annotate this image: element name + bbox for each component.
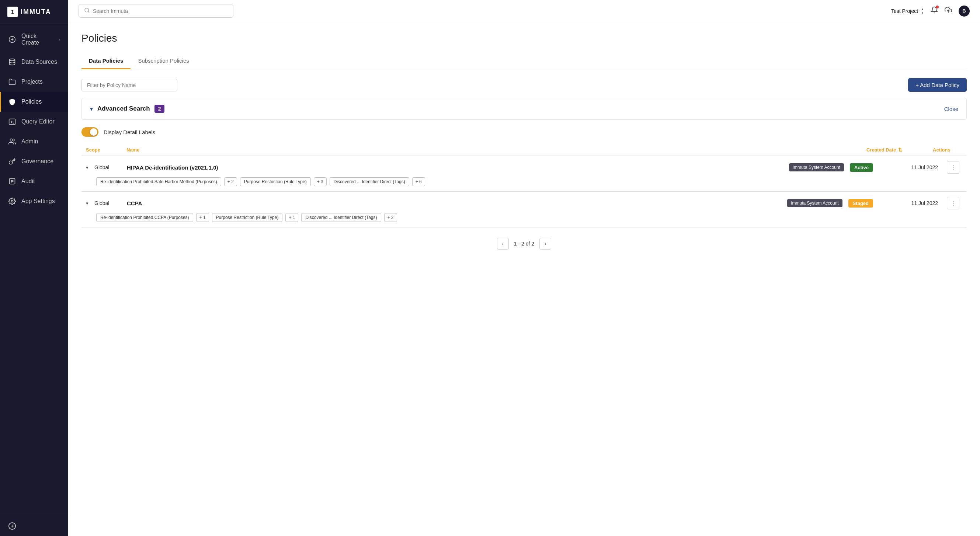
- sidebar-item-label-projects: Projects: [21, 78, 43, 85]
- policy-row-main-1: ▾ Global HIPAA De-identification (v2021.…: [86, 161, 962, 173]
- tag-pill-2-2: Discovered ... Identifier Direct (Tags): [301, 213, 381, 222]
- tag-pill-2-0: Re-identification Prohibited.CCPA (Purpo…: [96, 213, 193, 222]
- row-chevron-2[interactable]: ▾: [86, 200, 89, 206]
- row-owner-badge-1: Immuta System Account: [789, 163, 844, 172]
- svg-point-15: [85, 8, 89, 12]
- row-owner-badge-2: Immuta System Account: [787, 199, 842, 207]
- tab-data-policies[interactable]: Data Policies: [81, 53, 130, 69]
- sidebar-item-label-governance: Governance: [21, 158, 54, 165]
- search-bar[interactable]: [78, 4, 233, 18]
- tag-count-1-2: + 6: [412, 177, 425, 186]
- notification-bell[interactable]: [931, 6, 938, 16]
- header-created-date[interactable]: Created Date ⇅: [867, 147, 926, 153]
- sidebar-item-app-settings[interactable]: App Settings: [0, 191, 68, 211]
- logo-box: 1: [7, 6, 18, 17]
- row-chevron-1[interactable]: ▾: [86, 165, 89, 170]
- sidebar-item-audit[interactable]: Audit: [0, 172, 68, 191]
- chevron-right-icon: ›: [59, 37, 60, 42]
- page-content: Policies Data Policies Subscription Poli…: [68, 22, 980, 536]
- sidebar-item-admin[interactable]: Admin: [0, 132, 68, 151]
- sidebar-item-data-sources[interactable]: Data Sources: [0, 52, 68, 72]
- policy-row-main-2: ▾ Global CCPA Immuta System Account Stag…: [86, 197, 962, 209]
- svg-line-16: [88, 11, 89, 13]
- toolbar: + Add Data Policy: [81, 78, 967, 92]
- header: Test Project ▲ ▼ B: [68, 0, 980, 22]
- sidebar-item-label-audit: Audit: [21, 178, 35, 184]
- sort-icon: ⇅: [898, 147, 902, 153]
- header-scope: Scope: [86, 147, 119, 153]
- plus-circle-icon: [8, 35, 16, 43]
- prev-page-button[interactable]: ‹: [497, 238, 509, 250]
- gear-icon: [8, 197, 16, 205]
- project-name: Test Project: [891, 8, 918, 14]
- logo-initial: 1: [11, 9, 14, 15]
- search-input[interactable]: [93, 8, 228, 14]
- header-actions: Actions: [933, 147, 962, 153]
- row-scope-2: Global: [94, 200, 121, 206]
- tag-count-2-2: + 2: [384, 213, 397, 222]
- svg-point-11: [11, 200, 13, 202]
- policy-tabs: Data Policies Subscription Policies: [81, 53, 967, 69]
- folder-icon: [8, 78, 16, 86]
- sidebar-item-policies[interactable]: Policies: [0, 92, 68, 112]
- tag-count-2-0: + 1: [196, 213, 209, 222]
- row-date-1: 11 Jul 2022: [879, 164, 938, 170]
- tab-subscription-policies[interactable]: Subscription Policies: [130, 53, 196, 69]
- search-icon: [84, 7, 90, 14]
- sidebar-bottom: [0, 516, 68, 536]
- table-header: Scope Name Created Date ⇅ Actions: [81, 144, 967, 156]
- sidebar-item-label-app-settings: App Settings: [21, 198, 55, 205]
- row-name-2: CCPA: [127, 200, 781, 207]
- policy-tags-1: Re-identification Prohibited.Safe Harbor…: [86, 177, 962, 186]
- advanced-search-count: 2: [154, 105, 165, 113]
- display-detail-labels-toggle[interactable]: [81, 127, 99, 137]
- sidebar-bottom-icon[interactable]: [8, 522, 60, 530]
- row-menu-button-2[interactable]: ⋮: [947, 197, 959, 209]
- terminal-icon: [8, 118, 16, 126]
- toggle-knob: [90, 128, 97, 136]
- tag-pill-1-1: Purpose Restriction (Rule Type): [240, 177, 311, 186]
- upload-icon[interactable]: [945, 6, 952, 16]
- tag-pill-1-2: Discovered ... Identifier Direct (Tags): [329, 177, 409, 186]
- sidebar-item-label-policies: Policies: [21, 99, 42, 105]
- row-scope-1: Global: [94, 164, 121, 170]
- chevrons-icon: ▲ ▼: [921, 7, 924, 15]
- toggle-label: Display Detail Labels: [103, 129, 155, 135]
- advanced-search-left: ▾ Advanced Search 2: [90, 105, 164, 113]
- header-right: Test Project ▲ ▼ B: [891, 6, 970, 17]
- next-page-button[interactable]: ›: [539, 238, 551, 250]
- row-status-badge-1: Active: [850, 163, 873, 172]
- row-date-2: 11 Jul 2022: [879, 200, 938, 206]
- sidebar-item-projects[interactable]: Projects: [0, 72, 68, 92]
- sidebar-item-label-query-editor: Query Editor: [21, 118, 54, 125]
- toggle-row: Display Detail Labels: [81, 127, 967, 137]
- add-data-policy-button[interactable]: + Add Data Policy: [908, 78, 967, 92]
- sidebar-item-label-data-sources: Data Sources: [21, 59, 57, 65]
- notification-dot: [936, 6, 939, 8]
- logo-text: IMMUTA: [21, 8, 51, 16]
- row-status-badge-2: Staged: [848, 199, 873, 208]
- main-content: Test Project ▲ ▼ B Policies Data Policie…: [68, 0, 980, 536]
- row-actions-2: ⋮: [944, 197, 962, 209]
- tag-count-2-1: + 1: [285, 213, 298, 222]
- list-icon: [8, 177, 16, 185]
- sidebar-item-governance[interactable]: Governance: [0, 151, 68, 172]
- users-icon: [8, 137, 16, 146]
- svg-point-3: [10, 59, 15, 61]
- project-selector[interactable]: Test Project ▲ ▼: [891, 7, 924, 15]
- sidebar-item-query-editor[interactable]: Query Editor: [0, 112, 68, 132]
- database-icon: [8, 58, 16, 66]
- tag-pill-1-0: Re-identification Prohibited.Safe Harbor…: [96, 177, 221, 186]
- shield-icon: [8, 98, 16, 106]
- advanced-search-close[interactable]: Close: [944, 106, 958, 112]
- row-actions-1: ⋮: [944, 161, 962, 173]
- sidebar-nav: Quick Create › Data Sources Projects Pol…: [0, 24, 68, 516]
- tag-count-1-0: + 2: [224, 177, 237, 186]
- advanced-search-chevron[interactable]: ▾: [90, 105, 93, 113]
- advanced-search-label: Advanced Search: [97, 105, 150, 113]
- policy-row-1: ▾ Global HIPAA De-identification (v2021.…: [81, 156, 967, 192]
- row-menu-button-1[interactable]: ⋮: [947, 161, 959, 173]
- filter-input[interactable]: [81, 79, 177, 91]
- sidebar-item-quick-create[interactable]: Quick Create ›: [0, 27, 68, 52]
- tag-pill-2-1: Purpose Restriction (Rule Type): [212, 213, 283, 222]
